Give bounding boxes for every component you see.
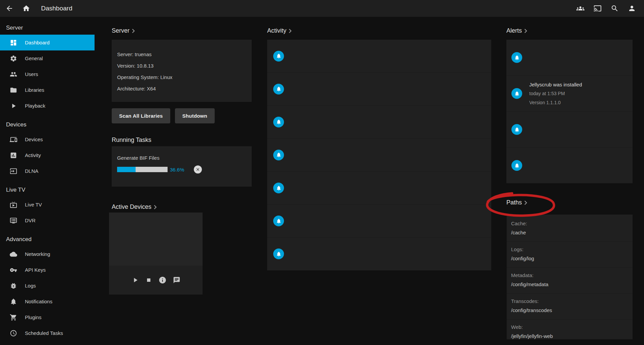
chart-box-icon <box>10 152 17 159</box>
activity-row[interactable] <box>267 204 491 237</box>
cast-icon[interactable] <box>594 4 602 12</box>
activity-row[interactable] <box>267 138 491 171</box>
active-device-card[interactable] <box>109 213 203 295</box>
key-icon <box>10 266 17 274</box>
sidebar-item-label: Notifications <box>25 299 52 304</box>
path-entry-cache: Cache: /cache <box>507 216 633 242</box>
sidebar-item-plugins[interactable]: Plugins <box>0 309 95 325</box>
running-tasks-heading: Running Tasks <box>112 137 151 144</box>
sidebar-item-dashboard[interactable]: Dashboard <box>0 35 95 50</box>
sidebar-section-devices: Devices <box>0 114 95 131</box>
sidebar-item-scheduled-tasks[interactable]: Scheduled Tasks <box>0 325 95 341</box>
bell-icon <box>273 51 284 62</box>
sidebar-item-label: Activity <box>25 152 41 158</box>
sidebar-item-api-keys[interactable]: API Keys <box>0 262 95 278</box>
activity-list <box>267 40 491 270</box>
sidebar-item-dvr[interactable]: DVR <box>0 213 95 228</box>
activity-row[interactable] <box>267 105 491 138</box>
sidebar-item-activity[interactable]: Activity <box>0 147 95 163</box>
bell-icon <box>10 298 17 305</box>
live-tv-icon <box>10 201 17 208</box>
sidebar-item-dlna[interactable]: DLNA <box>0 163 95 179</box>
running-tasks-card: Generate BIF Files 36.6% <box>112 146 252 187</box>
path-label: Web: <box>511 323 628 331</box>
chevron-right-icon <box>154 205 157 209</box>
activity-heading[interactable]: Activity <box>267 27 292 34</box>
top-bar: Dashboard <box>0 0 644 17</box>
activity-label: Activity <box>267 27 286 34</box>
alerts-label: Alerts <box>506 27 522 34</box>
alert-row[interactable] <box>506 40 633 75</box>
sidebar-item-label: Logs <box>25 283 36 289</box>
path-label: Metadata: <box>511 272 628 279</box>
sidebar-item-users[interactable]: Users <box>0 66 95 82</box>
server-version-line: Version: 10.8.13 <box>117 60 246 72</box>
bell-icon <box>511 52 522 63</box>
path-value: /config/metadata <box>511 281 628 288</box>
alerts-heading[interactable]: Alerts <box>506 27 527 34</box>
input-icon <box>10 167 17 175</box>
path-value: /jellyfin/jellyfin-web <box>511 333 628 340</box>
home-button[interactable] <box>22 4 30 12</box>
activity-row[interactable] <box>267 237 491 270</box>
dvr-icon <box>10 217 17 224</box>
cancel-task-button[interactable] <box>194 165 202 174</box>
paths-heading[interactable]: Paths <box>506 199 527 206</box>
task-progress-bar <box>117 167 168 172</box>
stop-icon[interactable] <box>145 277 152 283</box>
page-title: Dashboard <box>41 5 72 12</box>
path-entry-web: Web: /jellyfin/jellyfin-web <box>507 319 633 345</box>
sidebar-item-label: Scheduled Tasks <box>25 330 63 336</box>
people-icon <box>10 71 17 78</box>
message-icon[interactable] <box>173 276 180 284</box>
info-icon[interactable] <box>158 276 167 284</box>
device-preview-area <box>109 213 203 266</box>
sidebar-section-advanced: Advanced <box>0 228 95 246</box>
sidebar-item-general[interactable]: General <box>0 50 95 66</box>
alert-title: Jellyscrub was installed <box>529 80 582 89</box>
sidebar-item-libraries[interactable]: Libraries <box>0 82 95 98</box>
activity-row[interactable] <box>267 72 491 105</box>
play-icon[interactable] <box>132 276 139 284</box>
scan-all-libraries-button[interactable]: Scan All Libraries <box>112 108 170 123</box>
bug-icon <box>10 282 17 290</box>
sidebar-section-server: Server <box>0 17 95 35</box>
users-group-icon[interactable] <box>576 4 584 12</box>
sidebar-item-label: Libraries <box>25 87 44 93</box>
clock-icon <box>10 330 17 337</box>
activity-row[interactable] <box>267 171 491 204</box>
alert-row[interactable] <box>506 111 633 147</box>
alerts-list: Jellyscrub was installed today at 1:53 P… <box>506 40 633 183</box>
sidebar-item-label: General <box>25 55 43 61</box>
sidebar: Server Dashboard General Users Libraries… <box>0 17 95 345</box>
bell-icon <box>273 248 284 259</box>
activity-row[interactable] <box>267 40 491 72</box>
active-devices-heading[interactable]: Active Devices <box>112 203 157 210</box>
sidebar-item-label: Playback <box>25 103 45 109</box>
alert-row[interactable] <box>506 147 633 183</box>
alert-row[interactable]: Jellyscrub was installed today at 1:53 P… <box>506 75 633 111</box>
server-arch-line: Architecture: X64 <box>117 83 246 94</box>
chevron-right-icon <box>132 29 135 33</box>
sidebar-item-live-tv[interactable]: Live TV <box>0 197 95 213</box>
bell-icon <box>273 117 284 127</box>
shutdown-button[interactable]: Shutdown <box>175 108 215 123</box>
path-entry-logs: Logs: /config/log <box>507 242 633 268</box>
sidebar-item-playback[interactable]: Playback <box>0 98 95 114</box>
server-heading-label: Server <box>112 27 130 34</box>
search-icon[interactable] <box>611 4 619 12</box>
bell-icon <box>511 124 522 135</box>
play-icon <box>10 102 17 110</box>
bell-icon <box>273 216 284 226</box>
sidebar-item-devices[interactable]: Devices <box>0 131 95 147</box>
user-profile-icon[interactable] <box>628 4 636 12</box>
server-section-heading[interactable]: Server <box>112 27 135 34</box>
sidebar-item-logs[interactable]: Logs <box>0 278 95 294</box>
back-button[interactable] <box>5 4 13 12</box>
sidebar-item-label: Devices <box>25 137 43 142</box>
bell-icon <box>511 160 522 171</box>
sidebar-item-networking[interactable]: Networking <box>0 246 95 262</box>
sidebar-item-notifications[interactable]: Notifications <box>0 294 95 309</box>
alert-time: today at 1:53 PM <box>529 89 582 98</box>
path-value: /config/transcodes <box>511 307 628 314</box>
